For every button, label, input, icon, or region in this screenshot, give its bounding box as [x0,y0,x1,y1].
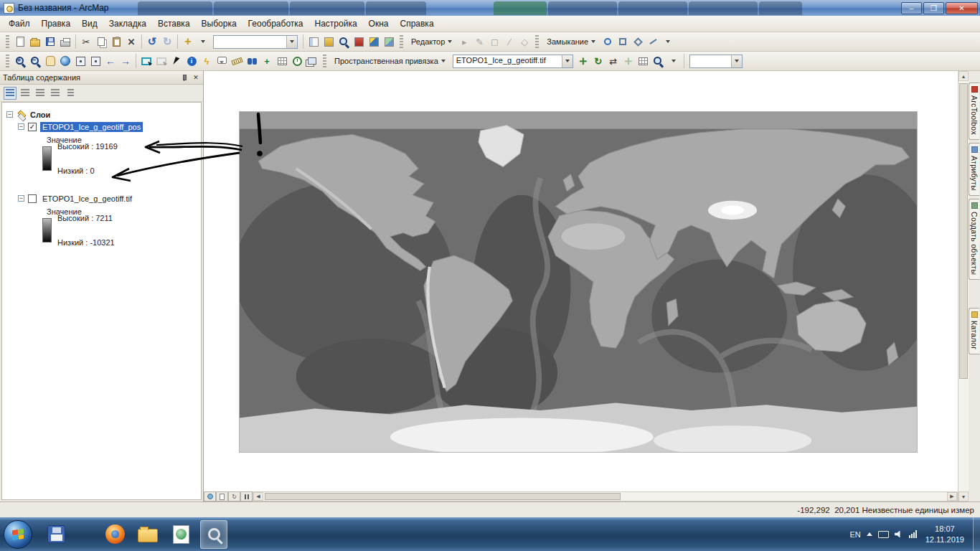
paste-button[interactable] [109,34,123,49]
scroll-down-button[interactable]: ▼ [958,491,969,501]
list-by-visibility-button[interactable] [34,87,47,100]
editor-sketch-tool[interactable]: ▸ [457,34,471,49]
select-features-button[interactable] [139,54,154,68]
menu-geoprocessing[interactable]: Геообработка [242,17,309,31]
add-data-dropdown[interactable] [196,34,210,49]
hyperlink-button[interactable]: ϟ [199,54,214,68]
menu-windows[interactable]: Окна [363,17,395,31]
toolbar-grip[interactable] [6,35,9,48]
georeferencing-layer-combobox[interactable]: ETOPO1_Ice_g_geotiff.tif [453,55,573,68]
georeferencing-extra-dropdown[interactable] [666,54,681,68]
layout-view-button[interactable] [216,491,228,501]
add-control-points-button[interactable]: ✛ [576,54,590,68]
raster-map-image[interactable] [239,111,918,453]
arctoolbox-button[interactable] [352,34,366,49]
snap-vertex-button[interactable] [631,34,645,49]
shift-raster-button[interactable]: ⇄ [606,54,621,68]
maximize-button[interactable]: ❐ [923,2,944,14]
scale-dropdown-button[interactable] [286,36,297,48]
taskbar-item-arcmap-active[interactable] [200,520,227,549]
auto-registration-button[interactable]: ✛ [621,54,636,68]
redo-button[interactable]: ↻ [160,34,174,49]
horizontal-scrollbar[interactable]: ◀ ▶ [253,491,958,501]
language-indicator[interactable]: EN [849,530,860,539]
editor-split-tool[interactable]: ∕ [502,34,517,49]
tab-catalog[interactable]: Каталог [969,308,979,354]
go-forward-extent-button[interactable]: → [118,54,133,68]
pan-button[interactable] [43,54,57,68]
rotate-raster-button[interactable]: ↻ [591,54,606,68]
menu-customize[interactable]: Настройка [309,17,363,31]
horizontal-scroll-thumb[interactable] [265,493,621,500]
taskbar-clock[interactable]: 18:07 12.11.2019 [923,524,967,545]
menu-help[interactable]: Справка [394,17,439,31]
measure-button[interactable] [230,54,244,68]
layer-2-name[interactable]: ETOPO1_Ice_g_geotiff.tif [40,194,134,204]
cut-button[interactable]: ✂ [79,34,93,49]
editor-trace-tool[interactable]: ◻ [487,34,501,49]
collapse-icon[interactable]: − [6,111,13,118]
html-popup-button[interactable] [215,54,229,68]
list-by-source-button[interactable] [19,87,32,100]
toolbar-grip[interactable] [535,35,539,48]
refresh-view-button[interactable]: ↻ [228,491,240,501]
hidden-icons-button[interactable] [867,532,872,536]
collapse-icon[interactable]: − [18,195,24,202]
go-back-extent-button[interactable]: ← [103,54,118,68]
tab-attributes[interactable]: Атрибуты [969,143,979,196]
go-to-xy-button[interactable] [275,54,289,68]
layer-2-checkbox[interactable] [28,194,37,203]
table-of-contents-button[interactable] [306,34,321,49]
snap-end-button[interactable] [616,34,630,49]
identify-button[interactable]: i [184,54,199,68]
menu-bookmarks[interactable]: Закладка [103,17,152,31]
horizontal-scroll-track[interactable] [263,492,947,501]
scale-combobox[interactable] [213,35,298,49]
map-canvas[interactable]: ↻ ◀ ▶ [204,71,958,501]
open-button[interactable] [28,34,42,49]
taskbar-item-firefox[interactable] [101,520,128,549]
time-slider-button[interactable] [290,54,304,68]
pin-icon[interactable] [181,75,187,81]
fixed-zoom-out-button[interactable] [88,54,103,68]
menu-edit[interactable]: Правка [36,17,77,31]
modelbuilder-button[interactable] [382,34,396,49]
toolbar-grip[interactable] [400,35,403,48]
editor-edit-tool[interactable]: ✎ [472,34,486,49]
keyboard-tray-icon[interactable] [878,531,889,538]
taskbar-item-explorer[interactable] [134,520,161,549]
view-link-table-button[interactable] [636,54,651,68]
python-button[interactable] [367,34,381,49]
toc-options-button[interactable] [64,87,77,100]
minimize-button[interactable]: – [901,2,922,14]
list-by-selection-button[interactable] [49,87,62,100]
catalog-window-button[interactable] [321,34,336,49]
scroll-left-button[interactable]: ◀ [253,492,263,501]
select-elements-button[interactable] [169,54,184,68]
tab-arctoolbox[interactable]: ArcToolbox [969,83,979,140]
vertical-scrollbar[interactable]: ▲ ▼ [958,71,969,501]
pause-drawing-button[interactable] [240,491,253,501]
data-view-button[interactable] [204,491,216,501]
find-button[interactable] [245,54,259,68]
undo-button[interactable]: ↺ [145,34,159,49]
scroll-up-button[interactable]: ▲ [958,71,969,81]
snapping-dropdown[interactable] [661,34,675,49]
new-map-button[interactable] [13,34,27,49]
fixed-zoom-in-button[interactable] [73,54,88,68]
layer-1-checkbox[interactable]: ✓ [28,123,37,131]
menu-selection[interactable]: Выборка [196,17,242,31]
save-button[interactable] [43,34,57,49]
vertical-scroll-thumb[interactable] [959,83,968,379]
editor-rotate-tool[interactable]: ◇ [517,34,532,49]
snap-point-button[interactable] [600,34,615,49]
zoom-out-button[interactable] [28,54,42,68]
show-desktop-button[interactable] [973,517,980,551]
toolbar-grip[interactable] [323,55,326,67]
scroll-right-button[interactable]: ▶ [947,492,957,501]
menu-insert[interactable]: Вставка [152,17,196,31]
list-by-drawing-order-button[interactable] [4,87,17,100]
toolbar-grip[interactable] [6,55,9,67]
editor-menu-button[interactable]: Редактор [407,36,456,47]
georeferencing-layer-dropdown[interactable] [562,55,573,67]
